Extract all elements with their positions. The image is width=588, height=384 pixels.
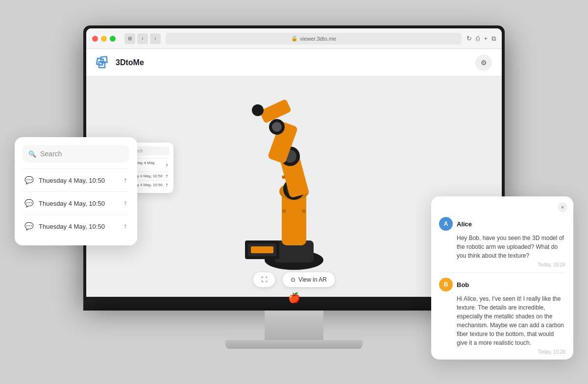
svg-point-16 [252,104,264,116]
arrow-icon: ↗ [122,222,129,230]
chat-header: × [431,196,573,212]
message-bob: B Bob Hi Alice, yes, I've seen it! I rea… [431,273,573,360]
logo: 3DtoMe [96,55,144,71]
svg-point-20 [282,209,286,213]
search-input-row[interactable]: 🔍 Search [23,145,129,163]
settings-button[interactable]: ⚙ [475,54,492,71]
close-traffic-light[interactable] [92,36,98,42]
forward-button[interactable]: › [150,33,161,44]
robot-arm-image [216,94,372,280]
message-time-alice: Today, 15:26 [457,262,565,267]
layout-icon[interactable]: ⊞ [124,33,135,44]
message-body-bob: Hi Alice, yes, I've seen it! I really li… [457,294,565,347]
chat-icon: 💬 [24,222,34,231]
fullscreen-traffic-light[interactable] [110,36,116,42]
search-input-text: Search [40,150,62,158]
message-header-bob: B Bob [439,278,565,291]
back-button[interactable]: ‹ [137,33,148,44]
browser-nav-controls: ⊞ ‹ › [124,33,161,44]
svg-point-14 [272,122,282,132]
scatter-button[interactable]: ⛶ [253,272,275,287]
svg-point-21 [302,209,306,213]
windows-icon[interactable]: ⧉ [491,35,496,43]
apple-logo-stand: 🍎 [288,292,300,304]
imac-stand-base [225,340,363,349]
viewer-controls: ⛶ ⊙ View in AR [253,272,335,287]
chat-icon: 💬 [24,176,34,185]
message-body-alice: Hey Bob, have you seen the 3D model of t… [457,234,565,260]
sender-name-bob: Bob [457,281,469,288]
logo-icon [96,55,112,71]
ar-btn-label: View in AR [298,276,327,283]
list-item[interactable]: 💬 Thuesday 4 May, 10:50 ↗ [23,168,129,192]
reload-icon[interactable]: ↻ [466,35,472,42]
address-bar[interactable]: 🔒 viewer.3dto.me [166,33,462,45]
imac-stand-neck [265,311,323,340]
list-item[interactable]: 💬 Thuesday 4 May, 10:50 ↗ [23,192,129,215]
traffic-lights [92,36,116,42]
gear-icon: ⚙ [481,59,487,67]
message-header-alice: A Alice [439,217,565,231]
list-item[interactable]: 💬 Thuesday 4 May, 10:50 ↗ [23,215,129,238]
scatter-icon: ⛶ [261,276,267,283]
avatar-bob: B [439,278,453,291]
arrow-icon: ↗ [164,182,170,188]
add-tab-icon[interactable]: + [484,35,488,42]
arrow-icon: ↗ [164,162,170,168]
lock-icon: 🔒 [291,35,298,42]
view-in-ar-button[interactable]: ⊙ View in AR [283,272,335,287]
chat-conversation-panel: × A Alice Hey Bob, have you seen the 3D … [431,196,573,360]
logo-text: 3DtoMe [116,58,144,67]
message-alice: A Alice Hey Bob, have you seen the 3D mo… [431,212,573,272]
arrow-icon: ↗ [164,173,170,179]
message-time-bob: Today, 15:26 [457,349,565,355]
chat-icon: 💬 [24,199,34,208]
svg-rect-19 [251,246,273,253]
search-panel: 🔍 Search 💬 Thuesday 4 May, 10:50 ↗ 💬 Thu… [15,137,137,245]
minimize-traffic-light[interactable] [101,36,107,42]
share-icon[interactable]: ⎙ [476,35,480,42]
url-text: viewer.3dto.me [300,36,336,42]
browser-bar: ⊞ ‹ › 🔒 viewer.3dto.me ↻ ⎙ + ⧉ [86,28,502,49]
app-header: 3DtoMe ⚙ [86,49,502,76]
browser-action-buttons: ↻ ⎙ + ⧉ [466,35,496,43]
arrow-icon: ↗ [122,176,129,184]
arrow-icon: ↗ [122,199,129,207]
avatar-alice: A [439,217,453,231]
desktop: 🔍 Search 💬 Thuesday 4 May, 10:50 ↗ 💬 Thu… [0,0,588,384]
search-icon: 🔍 [28,150,36,158]
ar-icon: ⊙ [291,276,295,283]
sender-name-alice: Alice [457,220,472,228]
close-button[interactable]: × [558,202,567,212]
